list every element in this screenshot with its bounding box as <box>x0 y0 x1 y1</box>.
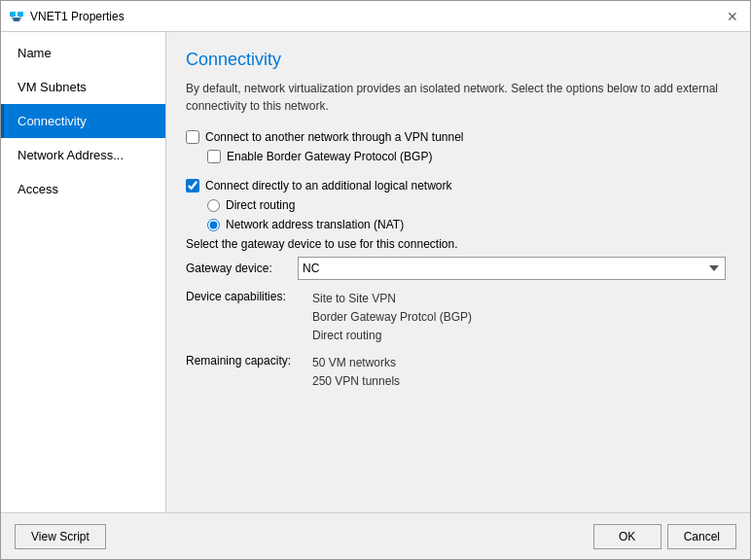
direct-routing-label[interactable]: Direct routing <box>226 198 295 212</box>
bgp-checkbox[interactable] <box>207 150 221 163</box>
bgp-label[interactable]: Enable Border Gateway Protocol (BGP) <box>227 150 432 163</box>
bgp-option-row: Enable Border Gateway Protocol (BGP) <box>207 150 731 163</box>
close-button[interactable]: ✕ <box>723 7 742 26</box>
sidebar-item-vm-subnets[interactable]: VM Subnets <box>1 70 165 104</box>
dialog-body: Name VM Subnets Connectivity Network Add… <box>1 32 750 512</box>
cancel-button[interactable]: Cancel <box>667 524 736 549</box>
content-area: Connectivity By default, network virtual… <box>166 32 750 512</box>
gateway-select-text: Select the gateway device to use for thi… <box>186 237 731 251</box>
content-title: Connectivity <box>186 50 731 70</box>
capabilities-section: Device capabilities: Site to Site VPN Bo… <box>186 290 731 391</box>
remaining-2: 250 VPN tunnels <box>312 372 400 391</box>
vpn-option-row: Connect to another network through a VPN… <box>186 130 731 144</box>
gateway-select[interactable]: NC <box>298 257 726 280</box>
content-description: By default, network virtualization provi… <box>186 80 731 115</box>
vpn-checkbox[interactable] <box>186 130 199 144</box>
footer-right-buttons: OK Cancel <box>593 524 736 549</box>
nat-routing-row: Network address translation (NAT) <box>207 218 731 231</box>
view-script-button[interactable]: View Script <box>15 524 106 549</box>
dialog-window: VNET1 Properties ✕ Name VM Subnets Conne… <box>0 0 751 560</box>
remaining-values: 50 VM networks 250 VPN tunnels <box>312 354 400 391</box>
svg-rect-1 <box>18 12 23 17</box>
title-icon <box>9 9 24 24</box>
title-bar: VNET1 Properties ✕ <box>1 1 750 32</box>
capabilities-values: Site to Site VPN Border Gateway Protcol … <box>312 290 472 346</box>
dialog-title: VNET1 Properties <box>30 10 125 23</box>
sidebar-item-network-address[interactable]: Network Address... <box>1 138 165 172</box>
capability-1: Site to Site VPN <box>312 290 472 308</box>
footer: View Script OK Cancel <box>1 512 750 559</box>
direct-checkbox[interactable] <box>186 179 199 192</box>
ok-button[interactable]: OK <box>593 524 662 549</box>
svg-rect-0 <box>10 12 16 17</box>
nat-label[interactable]: Network address translation (NAT) <box>226 218 404 231</box>
remaining-row: Remaining capacity: 50 VM networks 250 V… <box>186 354 731 391</box>
capability-2: Border Gateway Protcol (BGP) <box>312 308 472 327</box>
remaining-label: Remaining capacity: <box>186 354 312 391</box>
sidebar: Name VM Subnets Connectivity Network Add… <box>1 32 166 512</box>
gateway-label: Gateway device: <box>186 262 298 275</box>
nat-radio[interactable] <box>207 219 220 231</box>
sidebar-item-name[interactable]: Name <box>1 36 165 70</box>
vpn-label[interactable]: Connect to another network through a VPN… <box>205 130 464 144</box>
title-bar-left: VNET1 Properties <box>9 9 125 24</box>
direct-routing-row: Direct routing <box>207 198 731 212</box>
capabilities-label: Device capabilities: <box>186 290 312 346</box>
remaining-1: 50 VM networks <box>312 354 400 372</box>
direct-label[interactable]: Connect directly to an additional logica… <box>205 179 451 192</box>
sidebar-item-connectivity[interactable]: Connectivity <box>1 104 165 138</box>
direct-routing-radio[interactable] <box>207 199 220 212</box>
direct-option-row: Connect directly to an additional logica… <box>186 179 731 192</box>
gateway-row: Gateway device: NC <box>186 257 731 280</box>
capability-3: Direct routing <box>312 327 472 345</box>
capabilities-row: Device capabilities: Site to Site VPN Bo… <box>186 290 731 346</box>
sidebar-item-access[interactable]: Access <box>1 172 165 206</box>
